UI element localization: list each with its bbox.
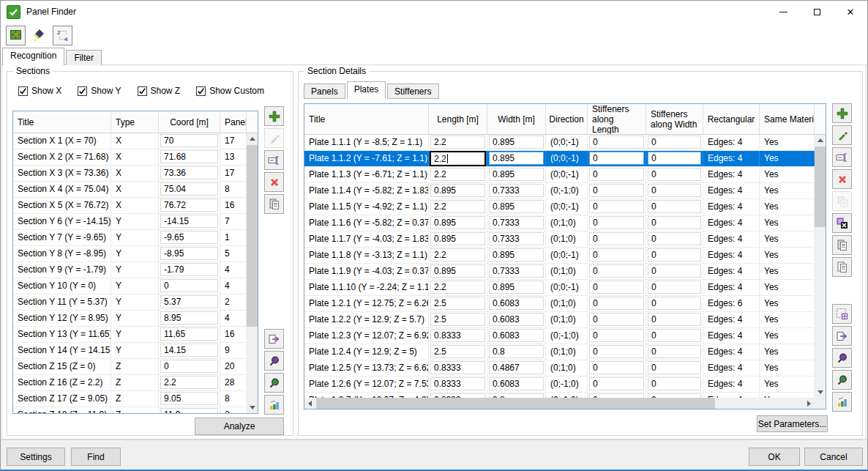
sections-zoom-selection-button[interactable] [264,351,284,371]
cell-type[interactable]: Y [111,294,159,310]
cell-type[interactable]: Y [111,246,159,262]
cell-title[interactable]: Section X 5 (X = 76.72) [13,198,111,213]
col-header-type[interactable]: Type [111,111,159,133]
cell-direction[interactable]: (0;1;0) [546,215,588,231]
cell-coord[interactable]: 8.95 [159,311,220,326]
close-button[interactable]: ✕ [834,1,867,23]
cell-panels[interactable]: 13 [220,149,247,165]
cell-panels[interactable]: 4 [220,311,247,326]
col-header-direction[interactable]: Direction [546,104,588,134]
cell-stiffeners-length[interactable]: 0 [588,328,646,344]
section-row[interactable]: Section X 4 (X = 75.04)X75.048 [13,182,247,198]
details-export-button[interactable] [832,326,852,346]
cell-coord[interactable]: -8.95 [159,246,220,262]
cell-width[interactable]: 0.6083 [487,312,546,327]
section-row[interactable]: Section Y 9 (Y = -1.79)Y-1.794 [13,262,247,278]
plate-row[interactable]: Plate 1.1.8 (Y = -3.13; Z = 1.1)2.20.895… [304,248,815,264]
col-header-rectangular[interactable]: Rectangular [703,104,760,134]
cell-coord[interactable]: 0 [159,278,220,294]
cell-panels[interactable]: 20 [220,359,247,374]
cell-width[interactable]: 0.8 [487,344,546,360]
plate-row[interactable]: Plate 1.2.7 (Y = 12.07; Z = 4.2)0.83330.… [304,393,815,398]
col-header-title[interactable]: Title [304,104,429,134]
cell-stiffeners-width[interactable]: 0 [646,296,703,311]
cell-title[interactable]: Section Y 6 (Y = -14.15) [13,214,111,229]
cell-length[interactable]: 2.5 [429,312,487,327]
cell-stiffeners-width[interactable]: 0 [646,151,703,166]
scroll-down-icon[interactable] [247,402,258,413]
cell-width[interactable]: 0.895 [487,135,546,150]
cell-stiffeners-width[interactable]: 0 [646,167,703,182]
cell-direction[interactable]: (0;0;-1) [546,248,588,263]
cell-title[interactable]: Plate 1.1.9 (Y = -4.03; Z = 0.37) [304,264,429,279]
cell-width[interactable]: 0.895 [487,167,546,182]
section-row[interactable]: Section X 1 (X = 70)X7017 [13,133,247,149]
plate-row[interactable]: Plate 1.1.5 (Y = -4.92; Z = 1.1)2.20.895… [304,199,815,215]
cell-rectangular[interactable]: Edges: 4 [703,183,760,199]
cell-type[interactable]: Y [111,311,159,326]
ok-button[interactable]: OK [749,448,800,466]
cell-same-material[interactable]: Yes [760,312,815,327]
cell-type[interactable]: Y [111,327,159,342]
cell-width[interactable]: 0.895 [487,280,546,295]
col-header-stiffeners-width[interactable]: Stiffeners along Width [646,104,703,134]
cell-width[interactable]: 0.895 [487,151,546,166]
cell-stiffeners-length[interactable]: 0 [588,215,646,231]
cell-direction[interactable]: (0;1;0) [546,344,588,360]
plate-row[interactable]: Plate 1.2.5 (Y = 13.73; Z = 6.62)0.83330… [304,360,815,377]
col-header-stiffeners-length[interactable]: Stiffeners along Length [588,104,646,134]
cell-width[interactable]: 0.895 [487,248,546,263]
section-row[interactable]: Section Y 14 (Y = 14.15)Y14.159 [13,343,247,359]
highlight-tool-button[interactable] [29,26,49,45]
cell-stiffeners-length[interactable]: 0 [588,264,646,279]
cell-stiffeners-length[interactable]: 0 [588,231,646,247]
cell-stiffeners-length[interactable]: 0 [588,151,646,166]
cell-coord[interactable]: 75.04 [159,182,220,197]
cell-panels[interactable]: 4 [220,262,247,278]
cell-coord[interactable]: 71.68 [159,149,220,165]
cell-width[interactable]: 0.8 [487,393,546,398]
details-zoom-selection-button[interactable] [832,348,852,368]
cell-stiffeners-length[interactable]: 0 [588,280,646,295]
cell-coord[interactable]: 73.36 [159,166,220,181]
cell-rectangular[interactable]: Edges: 4 [703,248,760,263]
cell-stiffeners-length[interactable]: 0 [588,377,646,392]
tab-stiffeners[interactable]: Stiffeners [387,84,438,99]
sections-vertical-scrollbar[interactable] [247,133,258,413]
cell-same-material[interactable]: Yes [760,328,815,344]
cell-direction[interactable]: (0;-1;0) [546,183,588,199]
section-row[interactable]: Section Y 8 (Y = -8.95)Y-8.955 [13,246,247,262]
scrollbar-thumb[interactable] [316,398,715,409]
cell-length[interactable]: 0.895 [429,183,487,199]
cell-title[interactable]: Section Y 13 (Y = 11.65) [13,327,111,342]
cell-stiffeners-width[interactable]: 0 [646,344,703,360]
cell-title[interactable]: Plate 1.2.3 (Y = 12.07; Z = 6.92) [304,328,429,344]
cell-coord[interactable]: 11.65 [159,327,220,342]
cell-title[interactable]: Section Y 7 (Y = -9.65) [13,230,111,245]
cell-same-material[interactable]: Yes [760,280,815,295]
col-header-same-material[interactable]: Same Material [760,104,815,134]
scroll-up-icon[interactable] [815,135,826,146]
cell-coord[interactable]: -1.79 [159,262,220,278]
section-row[interactable]: Section Z 18 (Z = 11.9)Z11.92 [13,407,247,413]
plate-row[interactable]: Plate 1.1.10 (Y = -2.24; Z = 1.1)2.20.89… [304,280,815,296]
sections-rename-button[interactable] [264,150,284,170]
cell-title[interactable]: Plate 1.1.4 (Y = -5.82; Z = 1.83) [304,183,429,199]
plate-row[interactable]: Plate 1.1.1 (Y = -8.5; Z = 1.1)2.20.895(… [304,135,815,151]
cell-stiffeners-length[interactable]: 0 [588,248,646,263]
sections-zoom-fit-button[interactable] [264,373,284,393]
section-row[interactable]: Section Y 12 (Y = 8.95)Y8.954 [13,311,247,327]
cell-width[interactable]: 0.6083 [487,296,546,311]
cell-title[interactable]: Plate 1.1.1 (Y = -8.5; Z = 1.1) [304,135,429,150]
minimize-button[interactable] [766,1,800,23]
cell-direction[interactable]: (0;0;-1) [546,151,588,166]
cancel-button[interactable]: Cancel [804,448,863,466]
sections-show-3d-button[interactable] [264,395,284,415]
sections-export-button[interactable] [264,329,284,349]
find-button[interactable]: Find [71,448,121,466]
cell-type[interactable]: Y [111,262,159,278]
section-row[interactable]: Section X 3 (X = 73.36)X73.3617 [13,166,247,182]
cell-stiffeners-width[interactable]: 0 [646,264,703,279]
col-header-width[interactable]: Width [m] [487,104,546,134]
cell-direction[interactable]: (0;0;-1) [546,167,588,182]
